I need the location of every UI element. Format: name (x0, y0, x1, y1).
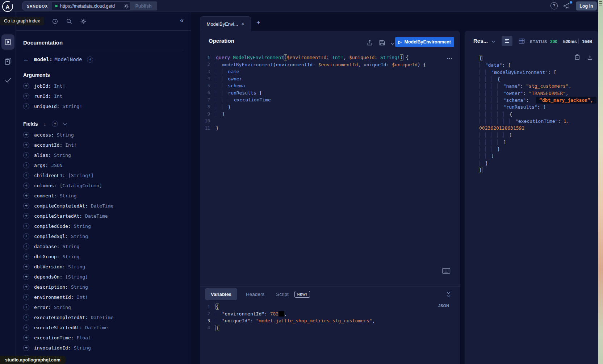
add-to-query-icon[interactable]: + (23, 142, 29, 148)
field-row[interactable]: +invocationId:String (23, 343, 184, 353)
add-to-query-icon[interactable]: + (23, 325, 29, 331)
add-to-query-icon[interactable]: + (23, 183, 29, 189)
back-arrow-icon[interactable]: ← (23, 56, 29, 63)
field-type[interactable]: String (74, 345, 91, 351)
field-type[interactable]: Int! (65, 142, 76, 148)
field-row[interactable]: +executionTime:Float (23, 332, 184, 343)
field-type[interactable]: DateTime (85, 325, 108, 330)
field-row[interactable]: +dependsOn:[String] (23, 272, 184, 282)
field-name[interactable]: compileStartedAt: (34, 213, 82, 219)
share-icon[interactable] (367, 39, 373, 46)
save-menu-chevron-icon[interactable] (391, 41, 394, 45)
field-name[interactable]: uniqueId: (34, 104, 59, 109)
add-to-query-icon[interactable]: + (23, 345, 29, 351)
field-name[interactable]: dbtVersion: (34, 264, 65, 269)
field-type[interactable]: String (71, 284, 88, 290)
add-to-query-icon[interactable]: + (23, 103, 29, 109)
add-to-query-icon[interactable]: + (23, 83, 29, 89)
tab-script[interactable]: Script (273, 292, 289, 297)
endpoint-url-field[interactable]: https://metadata.cloud.getd (52, 2, 135, 10)
add-to-query-icon[interactable]: + (23, 193, 29, 199)
endpoint-settings-icon[interactable] (123, 3, 129, 9)
argument-row[interactable]: +uniqueId:String! (23, 101, 184, 111)
field-name[interactable]: database: (34, 244, 59, 249)
sort-fields-icon[interactable]: ↓ (43, 121, 46, 127)
field-name[interactable]: comment: (34, 193, 57, 198)
explorer-icon[interactable] (4, 38, 12, 46)
endpoint-url-text[interactable]: https://metadata.cloud.getd (60, 4, 121, 9)
add-to-query-icon[interactable]: + (23, 284, 29, 290)
add-all-fields-icon[interactable]: + (52, 121, 58, 127)
add-to-query-icon[interactable]: + (23, 213, 29, 219)
add-to-query-icon[interactable]: + (23, 304, 29, 310)
tab-label[interactable]: ModelByEnvi... (207, 21, 238, 27)
field-row[interactable]: +environmentId:Int! (23, 292, 184, 302)
argument-row[interactable]: +runId:Int (23, 91, 184, 101)
run-operation-button[interactable]: ▷ ModelByEnvironment (395, 37, 454, 47)
add-to-query-icon[interactable]: + (23, 243, 29, 250)
field-type[interactable]: String (62, 254, 79, 259)
field-type[interactable]: [String!] (68, 173, 93, 178)
add-to-query-icon[interactable]: + (23, 264, 29, 270)
field-name[interactable]: description: (34, 284, 68, 290)
field-type[interactable]: String! (62, 104, 82, 109)
field-name[interactable]: invocationId: (34, 345, 71, 351)
field-type[interactable]: DateTime (85, 213, 108, 219)
field-type[interactable]: String (57, 132, 74, 138)
field-name[interactable]: alias: (34, 152, 51, 158)
field-row[interactable]: +description:String (23, 282, 184, 292)
field-row[interactable]: +error:String (23, 302, 184, 312)
field-name[interactable]: compiledSql: (34, 234, 68, 239)
add-to-query-icon[interactable]: + (23, 274, 29, 280)
field-row[interactable]: +dbtGroup:String (23, 251, 184, 262)
field-type[interactable]: DateTime (91, 315, 114, 320)
field-type[interactable]: JSON (51, 163, 62, 168)
add-to-query-icon[interactable]: + (23, 223, 29, 229)
new-tab-icon[interactable]: + (256, 19, 260, 27)
field-name[interactable]: executionTime: (34, 335, 74, 340)
field-name[interactable]: accountId: (34, 142, 62, 148)
table-view-icon[interactable] (518, 38, 525, 45)
apollo-logo[interactable]: A (2, 1, 13, 12)
field-row[interactable]: +childrenL1:[String!] (23, 170, 184, 180)
field-row[interactable]: +compileStartedAt:DateTime (23, 211, 184, 221)
argument-row[interactable]: +jobId:Int! (23, 81, 184, 91)
operation-tab[interactable]: ModelByEnvi... × (200, 16, 251, 31)
tab-variables[interactable]: Variables (205, 288, 237, 300)
collapse-sidebar-icon[interactable]: « (180, 17, 184, 24)
close-tab-icon[interactable]: × (241, 21, 244, 27)
field-name[interactable]: columns: (34, 183, 57, 188)
settings-icon[interactable] (80, 18, 87, 25)
field-name[interactable]: dbtGroup: (34, 254, 59, 259)
collapse-variables-icon[interactable] (447, 291, 450, 297)
field-type[interactable]: String (60, 193, 77, 198)
field-type[interactable]: Int! (77, 294, 88, 300)
response-menu-chevron-icon[interactable] (492, 39, 495, 43)
field-type[interactable]: String (74, 223, 91, 229)
field-row[interactable]: +columns:[CatalogColumn] (23, 180, 184, 191)
field-name[interactable]: executeStartedAt: (34, 325, 82, 330)
response-json[interactable]: { "data": { "modelByEnvironment": [ { "n… (479, 55, 596, 173)
field-row[interactable]: +compiledSql:String (23, 231, 184, 241)
field-row[interactable]: +access:String (23, 130, 184, 140)
breadcrumb-type[interactable]: ModelNode (55, 57, 82, 62)
operation-editor[interactable]: 1query ModelByEnvironment($environmentId… (200, 54, 460, 132)
field-row[interactable]: +alias:String (23, 150, 184, 160)
field-row[interactable]: +compileCompletedAt:DateTime (23, 201, 184, 211)
field-type[interactable]: DateTime (91, 203, 114, 209)
add-type-icon[interactable]: + (87, 57, 93, 63)
schema-changelog-icon[interactable] (4, 57, 12, 65)
publish-button[interactable]: Publish (130, 1, 157, 11)
field-row[interactable]: +comment:String (23, 191, 184, 201)
add-to-query-icon[interactable]: + (23, 254, 29, 260)
variables-editor[interactable]: 1{2 "environmentId": 78200,3 "uniqueId":… (200, 303, 460, 331)
fields-menu-chevron-icon[interactable] (63, 122, 67, 126)
field-name[interactable]: error: (34, 305, 51, 310)
add-to-query-icon[interactable]: + (23, 152, 29, 158)
field-name[interactable]: access: (34, 132, 54, 138)
field-type[interactable]: [String] (65, 274, 88, 280)
field-type[interactable]: Int! (54, 83, 65, 89)
editor-overflow-menu-icon[interactable]: ••• (447, 57, 453, 60)
add-to-query-icon[interactable]: + (23, 132, 29, 138)
login-button[interactable]: Log in (576, 1, 597, 11)
